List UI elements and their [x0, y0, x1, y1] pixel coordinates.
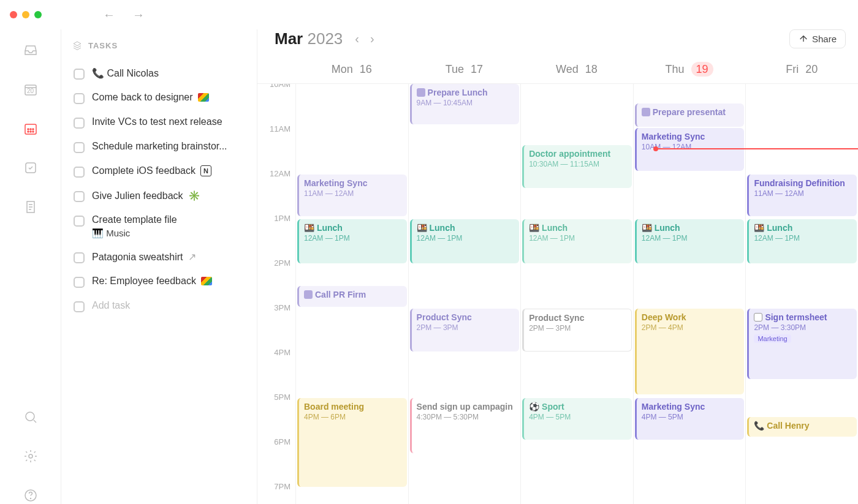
calendar-event[interactable]: Fundraising Definition11AM — 12AM	[747, 175, 857, 216]
event-title: Board meeting	[304, 402, 402, 412]
event-time: 2PM — 4PM	[642, 323, 740, 332]
checkbox-icon[interactable]	[74, 301, 85, 312]
task-label: Complete iOS feedback N	[92, 165, 211, 176]
calendar-grid[interactable]: 10AM11AM12AM1PM2PM3PM4PM5PM6PM7PM Market…	[257, 84, 858, 504]
task-item[interactable]: Give Julien feedback ✳️	[72, 184, 252, 208]
event-title: Product Sync	[417, 312, 515, 322]
calendar-event[interactable]: Sign termsheet2PM — 3:30PMMarketing	[747, 309, 857, 379]
calendar-event[interactable]: Marketing Sync10AM — 12AM	[635, 128, 745, 171]
search-icon[interactable]	[22, 408, 39, 426]
calendar-event[interactable]: Board meeting4PM — 6PM	[297, 398, 407, 487]
checkbox-icon[interactable]	[754, 313, 762, 322]
event-title: Call PR Firm	[304, 290, 402, 299]
checkbox-icon[interactable]	[74, 191, 85, 202]
calendar-event[interactable]: Call PR Firm	[297, 286, 407, 307]
task-label: Re: Employee feedback	[92, 276, 212, 287]
checkbox-icon[interactable]	[74, 118, 85, 129]
calendar-event[interactable]: Prepare Lunch9AM — 10:45AM	[410, 84, 520, 124]
tasks-heading: TASKS	[72, 40, 252, 50]
day-column[interactable]: Fundraising Definition11AM — 12AM🍱 Lunch…	[745, 84, 858, 504]
checkbox-icon[interactable]	[74, 142, 85, 153]
calendar-event[interactable]: Marketing Sync4PM — 5PM	[635, 398, 745, 440]
hour-label: 4PM	[257, 348, 295, 393]
event-time: 4PM — 5PM	[642, 413, 740, 421]
calendar-event[interactable]: Doctor appointment10:30AM — 11:15AM	[522, 145, 632, 188]
calendar-event[interactable]: 🍱 Lunch12AM — 1PM	[410, 219, 520, 263]
checkbox-icon[interactable]	[74, 93, 85, 104]
hour-label: 6PM	[257, 437, 295, 482]
checkbox-icon[interactable]	[74, 69, 85, 80]
task-item[interactable]: Invite VCs to test next release	[72, 110, 252, 135]
task-sublabel: 🎹 Music	[92, 228, 177, 239]
task-item[interactable]: Complete iOS feedback N	[72, 159, 252, 184]
task-item[interactable]: Create template file 🎹 Music	[72, 208, 252, 245]
day-column-header[interactable]: Fri 20	[745, 56, 858, 83]
calendar-event[interactable]: 🍱 Lunch12AM — 1PM	[297, 219, 407, 263]
event-title: Deep Work	[642, 312, 740, 322]
hour-label: 2PM	[257, 258, 295, 303]
window-controls[interactable]	[10, 11, 42, 18]
calendar-event[interactable]: Product Sync2PM — 3PM	[410, 309, 520, 352]
calendar-event[interactable]: Marketing Sync11AM — 12AM	[297, 175, 407, 216]
task-label: Invite VCs to test next release	[92, 116, 222, 127]
checkbox-icon[interactable]	[74, 252, 85, 263]
checkbox-done-icon	[304, 290, 313, 299]
calendar-event[interactable]: Prepare presentat	[635, 103, 745, 127]
settings-icon[interactable]	[22, 448, 39, 465]
day-column-header[interactable]: Tue 17	[408, 56, 521, 83]
next-month-button[interactable]: ›	[370, 32, 374, 46]
date-icon[interactable]: 20	[22, 81, 39, 98]
event-time: 4PM — 6PM	[304, 413, 402, 421]
task-item[interactable]: Come back to designer	[72, 86, 252, 110]
day-column[interactable]: Prepare presentatMarketing Sync10AM — 12…	[633, 84, 746, 504]
event-title: Sign termsheet	[754, 312, 852, 322]
share-button[interactable]: Share	[789, 29, 846, 48]
event-tag: Marketing	[754, 334, 791, 343]
day-column-header[interactable]: Wed 18	[520, 56, 633, 83]
add-task[interactable]: Add task	[72, 294, 252, 318]
task-item[interactable]: Schedule marketing brainstor...	[72, 135, 252, 159]
todo-icon[interactable]	[22, 159, 39, 176]
calendar-event[interactable]: 🍱 Lunch12AM — 1PM	[635, 219, 745, 263]
calendar-event[interactable]: 🍱 Lunch12AM — 1PM	[747, 219, 857, 263]
close-window-icon[interactable]	[10, 11, 17, 18]
task-item[interactable]: Patagonia sweatshirt ↗	[72, 245, 252, 269]
event-title: 🍱 Lunch	[754, 223, 852, 233]
calendar-event[interactable]: Deep Work2PM — 4PM	[635, 309, 745, 394]
hour-label: 11AM	[257, 124, 295, 169]
maximize-window-icon[interactable]	[34, 11, 42, 18]
nav-back-button[interactable]: ←	[103, 8, 115, 22]
calendar-event[interactable]: Send sign up campagin4:30PM — 5:30PM	[410, 398, 520, 453]
minimize-window-icon[interactable]	[22, 11, 29, 18]
svg-point-5	[28, 131, 29, 132]
notes-icon[interactable]	[22, 198, 39, 216]
checkbox-done-icon	[642, 108, 650, 116]
day-column[interactable]: Prepare Lunch9AM — 10:45AM🍱 Lunch12AM — …	[408, 84, 521, 504]
calendar-icon[interactable]	[22, 120, 39, 137]
calendar-event[interactable]: Product Sync2PM — 3PM	[522, 309, 632, 352]
calendar-event[interactable]: 🍱 Lunch12AM — 1PM	[522, 219, 632, 263]
calendar-event[interactable]: ⚽ Sport4PM — 5PM	[522, 398, 632, 440]
nav-forward-button[interactable]: →	[132, 8, 145, 22]
day-column[interactable]: Doctor appointment10:30AM — 11:15AM🍱 Lun…	[520, 84, 633, 504]
checkbox-icon[interactable]	[74, 167, 85, 178]
iconbar: 20	[0, 29, 61, 504]
task-label: Come back to designer	[92, 92, 209, 103]
prev-month-button[interactable]: ‹	[355, 32, 359, 46]
event-title: Fundraising Definition	[754, 178, 852, 188]
day-column-header[interactable]: Thu 19	[633, 56, 746, 83]
event-time: 12AM — 1PM	[754, 234, 852, 243]
help-icon[interactable]	[22, 487, 39, 504]
checkbox-icon[interactable]	[74, 216, 85, 227]
day-column[interactable]: Marketing Sync11AM — 12AM🍱 Lunch12AM — 1…	[295, 84, 408, 504]
event-title: 🍱 Lunch	[417, 223, 515, 233]
task-item[interactable]: 📞 Call Nicolas	[72, 61, 252, 86]
inbox-icon[interactable]	[22, 42, 39, 59]
event-title: Marketing Sync	[304, 178, 402, 188]
day-column-header[interactable]: Mon 16	[295, 56, 408, 83]
task-item[interactable]: Re: Employee feedback	[72, 269, 252, 294]
calendar-event[interactable]: 📞 Call Henry	[747, 417, 857, 437]
checkbox-icon[interactable]	[74, 277, 85, 288]
event-title: 🍱 Lunch	[529, 223, 627, 233]
event-time: 11AM — 12AM	[754, 189, 852, 198]
